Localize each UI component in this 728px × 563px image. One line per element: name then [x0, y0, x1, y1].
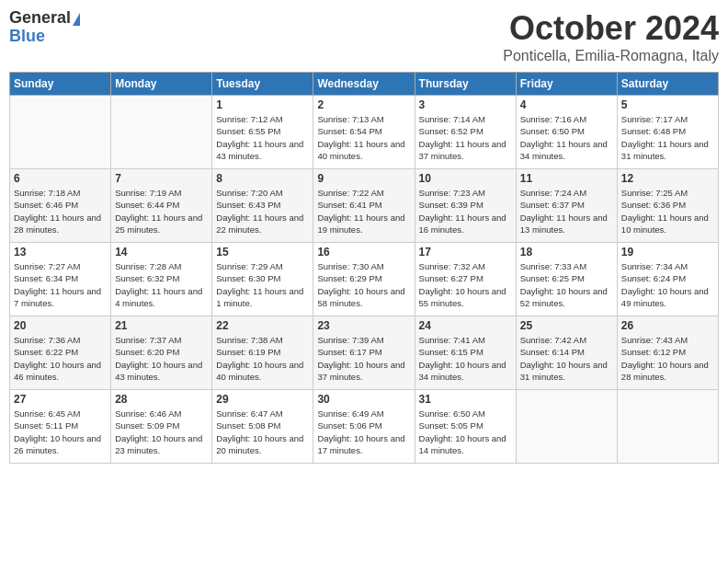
calendar-day-cell [617, 390, 718, 464]
day-number: 6 [14, 172, 107, 185]
day-info: Sunrise: 7:37 AM Sunset: 6:20 PM Dayligh… [115, 334, 208, 383]
day-number: 24 [419, 319, 512, 332]
calendar-day-cell: 11Sunrise: 7:24 AM Sunset: 6:37 PM Dayli… [516, 169, 617, 243]
day-number: 4 [520, 98, 613, 111]
calendar-day-cell: 7Sunrise: 7:19 AM Sunset: 6:44 PM Daylig… [111, 169, 212, 243]
calendar-day-cell: 27Sunrise: 6:45 AM Sunset: 5:11 PM Dayli… [10, 390, 111, 464]
location-title: Ponticella, Emilia-Romagna, Italy [503, 48, 719, 64]
day-info: Sunrise: 6:49 AM Sunset: 5:06 PM Dayligh… [317, 408, 410, 456]
calendar-header-cell: Wednesday [313, 73, 415, 96]
day-info: Sunrise: 7:18 AM Sunset: 6:46 PM Dayligh… [14, 187, 107, 236]
day-number: 9 [317, 172, 410, 185]
logo-blue: Blue [9, 27, 45, 45]
day-number: 26 [621, 319, 714, 332]
calendar-day-cell: 23Sunrise: 7:39 AM Sunset: 6:17 PM Dayli… [313, 316, 415, 390]
day-number: 12 [621, 172, 714, 185]
calendar-day-cell: 24Sunrise: 7:41 AM Sunset: 6:15 PM Dayli… [415, 316, 516, 390]
calendar-day-cell: 1Sunrise: 7:12 AM Sunset: 6:55 PM Daylig… [212, 96, 313, 169]
calendar-table: SundayMondayTuesdayWednesdayThursdayFrid… [9, 72, 719, 464]
day-number: 18 [520, 246, 613, 259]
calendar-day-cell [111, 96, 212, 169]
calendar-day-cell [516, 390, 617, 464]
day-info: Sunrise: 7:43 AM Sunset: 6:12 PM Dayligh… [621, 334, 714, 383]
calendar-day-cell: 4Sunrise: 7:16 AM Sunset: 6:50 PM Daylig… [516, 96, 617, 169]
calendar-header-row: SundayMondayTuesdayWednesdayThursdayFrid… [10, 73, 719, 96]
calendar-day-cell: 25Sunrise: 7:42 AM Sunset: 6:14 PM Dayli… [516, 316, 617, 390]
day-info: Sunrise: 7:22 AM Sunset: 6:41 PM Dayligh… [317, 187, 410, 236]
day-info: Sunrise: 7:41 AM Sunset: 6:15 PM Dayligh… [419, 334, 512, 383]
day-info: Sunrise: 7:24 AM Sunset: 6:37 PM Dayligh… [520, 187, 613, 236]
day-info: Sunrise: 6:46 AM Sunset: 5:09 PM Dayligh… [115, 408, 208, 456]
calendar-week-row: 13Sunrise: 7:27 AM Sunset: 6:34 PM Dayli… [10, 243, 719, 316]
calendar-day-cell: 5Sunrise: 7:17 AM Sunset: 6:48 PM Daylig… [617, 96, 718, 169]
day-info: Sunrise: 7:14 AM Sunset: 6:52 PM Dayligh… [419, 113, 512, 162]
day-number: 8 [216, 172, 309, 185]
day-info: Sunrise: 7:30 AM Sunset: 6:29 PM Dayligh… [317, 260, 410, 309]
calendar-day-cell: 22Sunrise: 7:38 AM Sunset: 6:19 PM Dayli… [212, 316, 313, 390]
day-info: Sunrise: 7:17 AM Sunset: 6:48 PM Dayligh… [621, 113, 714, 162]
day-number: 3 [419, 98, 512, 111]
month-title: October 2024 [503, 9, 719, 48]
day-info: Sunrise: 7:38 AM Sunset: 6:19 PM Dayligh… [216, 334, 309, 383]
day-info: Sunrise: 7:27 AM Sunset: 6:34 PM Dayligh… [14, 260, 107, 309]
calendar-header-cell: Monday [111, 73, 212, 96]
calendar-header-cell: Tuesday [212, 73, 313, 96]
day-number: 7 [115, 172, 208, 185]
calendar-day-cell: 9Sunrise: 7:22 AM Sunset: 6:41 PM Daylig… [313, 169, 415, 243]
calendar-week-row: 27Sunrise: 6:45 AM Sunset: 5:11 PM Dayli… [10, 390, 719, 464]
day-number: 28 [115, 393, 208, 406]
logo-text: General Blue [9, 9, 80, 46]
day-info: Sunrise: 7:32 AM Sunset: 6:27 PM Dayligh… [419, 260, 512, 309]
day-number: 21 [115, 319, 208, 332]
calendar-day-cell: 15Sunrise: 7:29 AM Sunset: 6:30 PM Dayli… [212, 243, 313, 316]
calendar-day-cell: 20Sunrise: 7:36 AM Sunset: 6:22 PM Dayli… [10, 316, 111, 390]
day-number: 17 [419, 246, 512, 259]
day-info: Sunrise: 7:36 AM Sunset: 6:22 PM Dayligh… [14, 334, 107, 383]
day-info: Sunrise: 7:29 AM Sunset: 6:30 PM Dayligh… [216, 260, 309, 309]
calendar-day-cell [10, 96, 111, 169]
calendar-header-cell: Thursday [415, 73, 516, 96]
day-info: Sunrise: 7:12 AM Sunset: 6:55 PM Dayligh… [216, 113, 309, 162]
calendar-day-cell: 3Sunrise: 7:14 AM Sunset: 6:52 PM Daylig… [415, 96, 516, 169]
calendar-week-row: 1Sunrise: 7:12 AM Sunset: 6:55 PM Daylig… [10, 96, 719, 169]
day-info: Sunrise: 6:47 AM Sunset: 5:08 PM Dayligh… [216, 408, 309, 456]
calendar-day-cell: 6Sunrise: 7:18 AM Sunset: 6:46 PM Daylig… [10, 169, 111, 243]
calendar-day-cell: 30Sunrise: 6:49 AM Sunset: 5:06 PM Dayli… [313, 390, 415, 464]
calendar-day-cell: 19Sunrise: 7:34 AM Sunset: 6:24 PM Dayli… [617, 243, 718, 316]
day-info: Sunrise: 7:20 AM Sunset: 6:43 PM Dayligh… [216, 187, 309, 236]
calendar-day-cell: 13Sunrise: 7:27 AM Sunset: 6:34 PM Dayli… [10, 243, 111, 316]
logo-general: General [9, 8, 71, 27]
page-header: General Blue October 2024 Ponticella, Em… [9, 9, 719, 64]
calendar-day-cell: 12Sunrise: 7:25 AM Sunset: 6:36 PM Dayli… [617, 169, 718, 243]
day-number: 16 [317, 246, 410, 259]
day-number: 11 [520, 172, 613, 185]
calendar-day-cell: 29Sunrise: 6:47 AM Sunset: 5:08 PM Dayli… [212, 390, 313, 464]
day-number: 2 [317, 98, 410, 111]
day-number: 23 [317, 319, 410, 332]
day-info: Sunrise: 7:13 AM Sunset: 6:54 PM Dayligh… [317, 113, 410, 162]
day-number: 1 [216, 98, 309, 111]
calendar-day-cell: 2Sunrise: 7:13 AM Sunset: 6:54 PM Daylig… [313, 96, 415, 169]
day-info: Sunrise: 7:33 AM Sunset: 6:25 PM Dayligh… [520, 260, 613, 309]
day-info: Sunrise: 7:28 AM Sunset: 6:32 PM Dayligh… [115, 260, 208, 309]
day-number: 29 [216, 393, 309, 406]
calendar-day-cell: 17Sunrise: 7:32 AM Sunset: 6:27 PM Dayli… [415, 243, 516, 316]
day-info: Sunrise: 7:19 AM Sunset: 6:44 PM Dayligh… [115, 187, 208, 236]
calendar-day-cell: 18Sunrise: 7:33 AM Sunset: 6:25 PM Dayli… [516, 243, 617, 316]
calendar-day-cell: 16Sunrise: 7:30 AM Sunset: 6:29 PM Dayli… [313, 243, 415, 316]
calendar-header-cell: Sunday [10, 73, 111, 96]
day-info: Sunrise: 7:23 AM Sunset: 6:39 PM Dayligh… [419, 187, 512, 236]
calendar-day-cell: 28Sunrise: 6:46 AM Sunset: 5:09 PM Dayli… [111, 390, 212, 464]
calendar-day-cell: 26Sunrise: 7:43 AM Sunset: 6:12 PM Dayli… [617, 316, 718, 390]
day-number: 19 [621, 246, 714, 259]
day-number: 22 [216, 319, 309, 332]
day-number: 13 [14, 246, 107, 259]
day-number: 15 [216, 246, 309, 259]
day-info: Sunrise: 7:42 AM Sunset: 6:14 PM Dayligh… [520, 334, 613, 383]
day-number: 14 [115, 246, 208, 259]
logo-icon [73, 13, 80, 26]
calendar-day-cell: 21Sunrise: 7:37 AM Sunset: 6:20 PM Dayli… [111, 316, 212, 390]
day-number: 31 [419, 393, 512, 406]
day-info: Sunrise: 7:34 AM Sunset: 6:24 PM Dayligh… [621, 260, 714, 309]
day-info: Sunrise: 7:39 AM Sunset: 6:17 PM Dayligh… [317, 334, 410, 383]
